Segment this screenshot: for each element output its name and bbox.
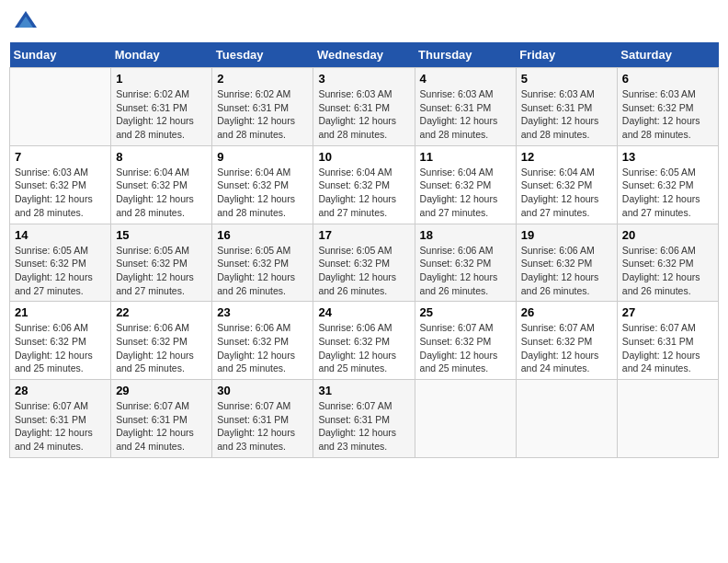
sunset: Sunset: 6:32 PM (318, 258, 390, 269)
day-cell: 24 Sunrise: 6:06 AM Sunset: 6:32 PM Dayl… (313, 302, 415, 380)
sunset: Sunset: 6:32 PM (521, 336, 593, 347)
day-cell: 4 Sunrise: 6:03 AM Sunset: 6:31 PM Dayli… (415, 68, 516, 146)
sunset: Sunset: 6:31 PM (318, 102, 390, 113)
day-cell (617, 380, 718, 458)
day-info: Sunrise: 6:05 AM Sunset: 6:32 PM Dayligh… (15, 244, 106, 298)
day-number: 27 (622, 305, 713, 319)
daylight: Daylight: 12 hours and 25 minutes. (15, 350, 93, 374)
day-number: 16 (217, 228, 308, 242)
sunrise: Sunrise: 6:06 AM (622, 245, 696, 256)
sunset: Sunset: 6:32 PM (217, 336, 289, 347)
day-cell: 20 Sunrise: 6:06 AM Sunset: 6:32 PM Dayl… (617, 224, 718, 302)
day-number: 8 (116, 150, 207, 164)
day-number: 17 (318, 228, 409, 242)
day-info: Sunrise: 6:03 AM Sunset: 6:31 PM Dayligh… (318, 87, 409, 142)
day-number: 6 (622, 72, 713, 86)
sunset: Sunset: 6:31 PM (217, 414, 289, 425)
sunrise: Sunrise: 6:02 AM (217, 88, 290, 99)
header-friday: Friday (516, 42, 617, 68)
day-cell: 8 Sunrise: 6:04 AM Sunset: 6:32 PM Dayli… (111, 145, 212, 224)
day-cell: 10 Sunrise: 6:04 AM Sunset: 6:32 PM Dayl… (313, 145, 415, 224)
day-cell (516, 380, 617, 458)
sunset: Sunset: 6:31 PM (116, 102, 188, 113)
daylight: Daylight: 12 hours and 24 minutes. (15, 427, 93, 452)
daylight: Daylight: 12 hours and 28 minutes. (521, 115, 599, 140)
sunrise: Sunrise: 6:03 AM (622, 88, 696, 99)
day-number: 24 (318, 305, 409, 319)
day-cell: 23 Sunrise: 6:06 AM Sunset: 6:32 PM Dayl… (212, 302, 313, 380)
day-cell: 29 Sunrise: 6:07 AM Sunset: 6:31 PM Dayl… (111, 380, 212, 458)
sunset: Sunset: 6:31 PM (116, 414, 188, 425)
day-cell: 25 Sunrise: 6:07 AM Sunset: 6:32 PM Dayl… (415, 302, 516, 380)
daylight: Daylight: 12 hours and 25 minutes. (420, 350, 498, 374)
day-cell: 22 Sunrise: 6:06 AM Sunset: 6:32 PM Dayl… (111, 302, 212, 380)
sunrise: Sunrise: 6:07 AM (318, 400, 392, 411)
sunrise: Sunrise: 6:06 AM (318, 322, 392, 333)
daylight: Daylight: 12 hours and 26 minutes. (420, 271, 498, 296)
sunrise: Sunrise: 6:05 AM (116, 245, 189, 256)
header-sunday: Sunday (10, 42, 111, 68)
sunset: Sunset: 6:31 PM (318, 414, 390, 425)
day-cell: 18 Sunrise: 6:06 AM Sunset: 6:32 PM Dayl… (415, 224, 516, 302)
daylight: Daylight: 12 hours and 23 minutes. (217, 427, 295, 452)
daylight: Daylight: 12 hours and 24 minutes. (521, 350, 599, 374)
daylight: Daylight: 12 hours and 28 minutes. (217, 193, 295, 218)
day-info: Sunrise: 6:07 AM Sunset: 6:31 PM Dayligh… (622, 321, 713, 375)
day-info: Sunrise: 6:05 AM Sunset: 6:32 PM Dayligh… (116, 244, 207, 298)
sunset: Sunset: 6:31 PM (521, 102, 593, 113)
day-info: Sunrise: 6:06 AM Sunset: 6:32 PM Dayligh… (420, 244, 511, 298)
daylight: Daylight: 12 hours and 28 minutes. (15, 193, 93, 218)
day-number: 1 (116, 72, 207, 86)
header-wednesday: Wednesday (313, 42, 415, 68)
sunset: Sunset: 6:31 PM (622, 336, 694, 347)
sunset: Sunset: 6:32 PM (622, 258, 694, 269)
day-cell: 5 Sunrise: 6:03 AM Sunset: 6:31 PM Dayli… (516, 68, 617, 146)
week-row-2: 14 Sunrise: 6:05 AM Sunset: 6:32 PM Dayl… (10, 224, 719, 302)
day-number: 19 (521, 228, 612, 242)
sunrise: Sunrise: 6:03 AM (521, 88, 595, 99)
sunrise: Sunrise: 6:05 AM (622, 167, 696, 178)
day-cell: 21 Sunrise: 6:06 AM Sunset: 6:32 PM Dayl… (10, 302, 111, 380)
header-saturday: Saturday (617, 42, 718, 68)
sunrise: Sunrise: 6:04 AM (420, 167, 494, 178)
day-number: 31 (318, 384, 409, 397)
sunset: Sunset: 6:32 PM (318, 336, 390, 347)
day-info: Sunrise: 6:06 AM Sunset: 6:32 PM Dayligh… (521, 244, 612, 298)
day-info: Sunrise: 6:05 AM Sunset: 6:32 PM Dayligh… (622, 166, 713, 220)
sunrise: Sunrise: 6:05 AM (318, 245, 392, 256)
day-cell: 26 Sunrise: 6:07 AM Sunset: 6:32 PM Dayl… (516, 302, 617, 380)
day-cell: 2 Sunrise: 6:02 AM Sunset: 6:31 PM Dayli… (212, 68, 313, 146)
sunset: Sunset: 6:32 PM (15, 336, 86, 347)
day-info: Sunrise: 6:04 AM Sunset: 6:32 PM Dayligh… (420, 166, 511, 220)
day-number: 9 (217, 150, 308, 164)
day-info: Sunrise: 6:03 AM Sunset: 6:31 PM Dayligh… (521, 87, 612, 142)
sunrise: Sunrise: 6:06 AM (15, 322, 88, 333)
day-number: 3 (318, 72, 409, 86)
day-cell: 3 Sunrise: 6:03 AM Sunset: 6:31 PM Dayli… (313, 68, 415, 146)
sunrise: Sunrise: 6:02 AM (116, 88, 189, 99)
sunrise: Sunrise: 6:06 AM (217, 322, 290, 333)
day-info: Sunrise: 6:02 AM Sunset: 6:31 PM Dayligh… (217, 87, 308, 142)
daylight: Daylight: 12 hours and 24 minutes. (116, 427, 194, 452)
daylight: Daylight: 12 hours and 28 minutes. (116, 115, 194, 140)
day-cell: 30 Sunrise: 6:07 AM Sunset: 6:31 PM Dayl… (212, 380, 313, 458)
sunset: Sunset: 6:32 PM (622, 102, 694, 113)
day-number: 12 (521, 150, 612, 164)
calendar-table: SundayMondayTuesdayWednesdayThursdayFrid… (9, 42, 719, 458)
daylight: Daylight: 12 hours and 26 minutes. (622, 271, 700, 296)
day-cell: 28 Sunrise: 6:07 AM Sunset: 6:31 PM Dayl… (10, 380, 111, 458)
day-cell: 19 Sunrise: 6:06 AM Sunset: 6:32 PM Dayl… (516, 224, 617, 302)
day-number: 4 (420, 72, 511, 86)
day-number: 20 (622, 228, 713, 242)
sunrise: Sunrise: 6:07 AM (420, 322, 494, 333)
sunset: Sunset: 6:32 PM (15, 179, 86, 190)
day-number: 23 (217, 305, 308, 319)
daylight: Daylight: 12 hours and 23 minutes. (318, 427, 396, 452)
sunset: Sunset: 6:32 PM (521, 179, 593, 190)
daylight: Daylight: 12 hours and 27 minutes. (318, 193, 396, 218)
day-number: 28 (15, 384, 106, 397)
day-info: Sunrise: 6:04 AM Sunset: 6:32 PM Dayligh… (217, 166, 308, 220)
daylight: Daylight: 12 hours and 27 minutes. (116, 271, 194, 296)
day-cell: 15 Sunrise: 6:05 AM Sunset: 6:32 PM Dayl… (111, 224, 212, 302)
day-info: Sunrise: 6:03 AM Sunset: 6:31 PM Dayligh… (420, 87, 511, 142)
